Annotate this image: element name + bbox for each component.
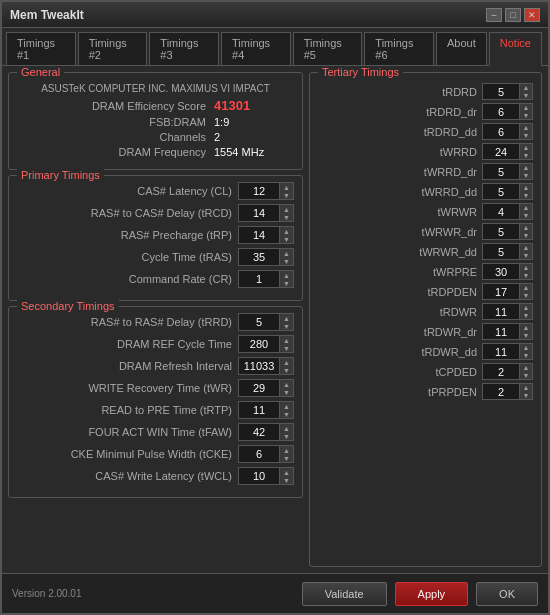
spin-up-button[interactable]: ▲ xyxy=(520,104,532,112)
timing-input[interactable] xyxy=(238,248,280,266)
spin-up-button[interactable]: ▲ xyxy=(280,183,293,191)
spin-up-button[interactable]: ▲ xyxy=(280,358,293,366)
tertiary-input[interactable] xyxy=(482,183,520,200)
spin-up-button[interactable]: ▲ xyxy=(280,336,293,344)
spin-up-button[interactable]: ▲ xyxy=(280,402,293,410)
spin-up-button[interactable]: ▲ xyxy=(280,205,293,213)
spin-down-button[interactable]: ▼ xyxy=(280,476,293,484)
tertiary-input[interactable] xyxy=(482,103,520,120)
timing-input[interactable] xyxy=(238,335,280,353)
spin-down-button[interactable]: ▼ xyxy=(520,292,532,300)
spin-down-button[interactable]: ▼ xyxy=(520,192,532,200)
spin-up-button[interactable]: ▲ xyxy=(280,380,293,388)
spin-up-button[interactable]: ▲ xyxy=(520,144,532,152)
spin-down-button[interactable]: ▼ xyxy=(520,352,532,360)
tab-notice[interactable]: Notice xyxy=(489,32,542,66)
spin-up-button[interactable]: ▲ xyxy=(280,271,293,279)
spin-up-button[interactable]: ▲ xyxy=(520,184,532,192)
spin-up-button[interactable]: ▲ xyxy=(280,468,293,476)
spin-down-button[interactable]: ▼ xyxy=(520,252,532,260)
tertiary-input[interactable] xyxy=(482,83,520,100)
close-button[interactable]: ✕ xyxy=(524,8,540,22)
spin-up-button[interactable]: ▲ xyxy=(520,284,532,292)
ok-button[interactable]: OK xyxy=(476,582,538,606)
tab-timings4[interactable]: Timings #4 xyxy=(221,32,291,65)
spin-up-button[interactable]: ▲ xyxy=(520,344,532,352)
tertiary-input[interactable] xyxy=(482,363,520,380)
spin-down-button[interactable]: ▼ xyxy=(520,212,532,220)
spin-down-button[interactable]: ▼ xyxy=(280,322,293,330)
spin-up-button[interactable]: ▲ xyxy=(520,304,532,312)
timing-input[interactable] xyxy=(238,270,280,288)
timing-input[interactable] xyxy=(238,401,280,419)
spin-down-button[interactable]: ▼ xyxy=(280,432,293,440)
apply-button[interactable]: Apply xyxy=(395,582,469,606)
tertiary-input[interactable] xyxy=(482,303,520,320)
spin-up-button[interactable]: ▲ xyxy=(280,314,293,322)
spin-up-button[interactable]: ▲ xyxy=(520,204,532,212)
tertiary-input[interactable] xyxy=(482,383,520,400)
timing-input[interactable] xyxy=(238,379,280,397)
spin-down-button[interactable]: ▼ xyxy=(280,279,293,287)
tab-timings1[interactable]: Timings #1 xyxy=(6,32,76,65)
tab-timings6[interactable]: Timings #6 xyxy=(364,32,434,65)
spin-down-button[interactable]: ▼ xyxy=(280,257,293,265)
spin-down-button[interactable]: ▼ xyxy=(520,372,532,380)
tertiary-input[interactable] xyxy=(482,243,520,260)
spin-down-button[interactable]: ▼ xyxy=(520,92,532,100)
spin-down-button[interactable]: ▼ xyxy=(520,392,532,400)
spin-up-button[interactable]: ▲ xyxy=(280,249,293,257)
spin-down-button[interactable]: ▼ xyxy=(280,213,293,221)
spin-down-button[interactable]: ▼ xyxy=(520,232,532,240)
tertiary-input[interactable] xyxy=(482,163,520,180)
spin-up-button[interactable]: ▲ xyxy=(280,227,293,235)
spin-down-button[interactable]: ▼ xyxy=(280,388,293,396)
tertiary-input[interactable] xyxy=(482,223,520,240)
spin-up-button[interactable]: ▲ xyxy=(520,364,532,372)
spin-down-button[interactable]: ▼ xyxy=(280,454,293,462)
spin-down-button[interactable]: ▼ xyxy=(280,410,293,418)
tab-timings2[interactable]: Timings #2 xyxy=(78,32,148,65)
spin-up-button[interactable]: ▲ xyxy=(280,446,293,454)
spin-down-button[interactable]: ▼ xyxy=(520,152,532,160)
spin-up-button[interactable]: ▲ xyxy=(520,324,532,332)
tertiary-input[interactable] xyxy=(482,143,520,160)
spin-up-button[interactable]: ▲ xyxy=(520,164,532,172)
spin-up-button[interactable]: ▲ xyxy=(520,224,532,232)
tertiary-input[interactable] xyxy=(482,263,520,280)
spin-up-button[interactable]: ▲ xyxy=(520,264,532,272)
spin-down-button[interactable]: ▼ xyxy=(520,132,532,140)
maximize-button[interactable]: □ xyxy=(505,8,521,22)
timing-input[interactable] xyxy=(238,467,280,485)
spin-down-button[interactable]: ▼ xyxy=(280,366,293,374)
tab-timings5[interactable]: Timings #5 xyxy=(293,32,363,65)
spin-down-button[interactable]: ▼ xyxy=(520,272,532,280)
tertiary-input[interactable] xyxy=(482,343,520,360)
spin-down-button[interactable]: ▼ xyxy=(520,112,532,120)
tab-about[interactable]: About xyxy=(436,32,487,65)
spin-up-button[interactable]: ▲ xyxy=(520,124,532,132)
timing-input[interactable] xyxy=(238,445,280,463)
timing-input[interactable] xyxy=(238,226,280,244)
spin-down-button[interactable]: ▼ xyxy=(280,191,293,199)
tertiary-input[interactable] xyxy=(482,323,520,340)
spin-down-button[interactable]: ▼ xyxy=(280,235,293,243)
validate-button[interactable]: Validate xyxy=(302,582,387,606)
spin-up-button[interactable]: ▲ xyxy=(520,84,532,92)
spin-down-button[interactable]: ▼ xyxy=(280,344,293,352)
spin-down-button[interactable]: ▼ xyxy=(520,172,532,180)
tertiary-input[interactable] xyxy=(482,283,520,300)
timing-input[interactable] xyxy=(238,423,280,441)
tertiary-input[interactable] xyxy=(482,203,520,220)
timing-input[interactable] xyxy=(238,313,280,331)
spin-up-button[interactable]: ▲ xyxy=(280,424,293,432)
timing-input[interactable] xyxy=(238,204,280,222)
minimize-button[interactable]: – xyxy=(486,8,502,22)
tertiary-input[interactable] xyxy=(482,123,520,140)
spin-up-button[interactable]: ▲ xyxy=(520,384,532,392)
timing-input[interactable] xyxy=(238,357,280,375)
spin-down-button[interactable]: ▼ xyxy=(520,332,532,340)
spin-down-button[interactable]: ▼ xyxy=(520,312,532,320)
spin-up-button[interactable]: ▲ xyxy=(520,244,532,252)
timing-input[interactable] xyxy=(238,182,280,200)
